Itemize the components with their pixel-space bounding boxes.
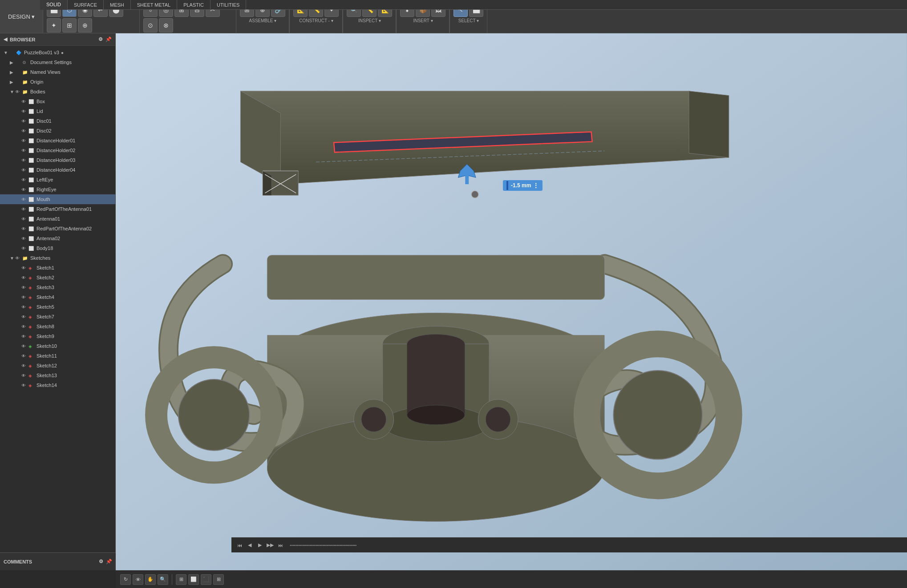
eye-icon[interactable]: 👁: [21, 246, 28, 251]
eye-icon[interactable]: 👁: [21, 109, 28, 114]
tree-item-disc01[interactable]: 👁⬜Disc01: [0, 116, 115, 126]
tree-item-sketch11[interactable]: 👁◈Sketch11: [0, 351, 115, 361]
browser-pin-icon[interactable]: 📌: [105, 36, 112, 42]
web-icon[interactable]: ⊞: [62, 18, 77, 32]
eye-icon[interactable]: 👁: [21, 344, 28, 349]
tree-item-antenna01[interactable]: 👁⬜Antenna01: [0, 214, 115, 224]
eye-icon[interactable]: 👁: [21, 217, 28, 222]
eye-icon[interactable]: 👁: [21, 363, 28, 368]
dimension-tooltip[interactable]: -1.5 mm ⋮: [503, 180, 543, 191]
tree-item-sketch5[interactable]: 👁◈Sketch5: [0, 302, 115, 312]
tree-item-righteye[interactable]: 👁⬜RightEye: [0, 185, 115, 194]
timeline-play-btn[interactable]: ▶: [255, 541, 264, 550]
tab-plastic[interactable]: PLASTIC: [177, 0, 211, 10]
timeline-start-btn[interactable]: ⏮: [235, 541, 244, 550]
tree-item-sketch7[interactable]: 👁◈Sketch7: [0, 312, 115, 322]
tree-item-lefteye[interactable]: 👁⬜LeftEye: [0, 175, 115, 185]
tree-item-box[interactable]: 👁⬜Box: [0, 97, 115, 106]
tree-item-bodies[interactable]: ▼👁📁Bodies: [0, 87, 115, 97]
tree-item-redpartoftheantenna01[interactable]: 👁⬜RedPartOfTheAntenna01: [0, 204, 115, 214]
tab-surface[interactable]: SURFACE: [68, 0, 104, 10]
comments-settings-icon[interactable]: ⚙: [99, 559, 103, 564]
eye-icon[interactable]: 👁: [21, 324, 28, 329]
eye-icon[interactable]: 👁: [21, 168, 28, 173]
eye-icon[interactable]: 👁: [21, 158, 28, 163]
browser-collapse-icon[interactable]: ◀: [4, 36, 7, 42]
eye-icon[interactable]: 👁: [21, 383, 28, 388]
tree-item-distanceholder02[interactable]: 👁⬜DistanceHolder02: [0, 145, 115, 155]
tree-item-sketch4[interactable]: 👁◈Sketch4: [0, 292, 115, 302]
eye-icon[interactable]: 👁: [21, 99, 28, 104]
tree-item-body18[interactable]: 👁⬜Body18: [0, 243, 115, 253]
eye-icon[interactable]: 👁: [21, 226, 28, 231]
viewport[interactable]: -1.5 mm ⋮ ⏮ ◀ ▶ ▶▶ ⏭ ▪▪▪▪▪▪▪▪▪▪▪▪▪▪▪▪▪▪▪…: [116, 33, 907, 570]
tree-item-sketches[interactable]: ▼👁📁Sketches: [0, 253, 115, 263]
timeline-end-btn[interactable]: ⏭: [276, 541, 285, 550]
tree-arrow[interactable]: ▼: [4, 50, 9, 55]
eye-icon[interactable]: 👁: [21, 148, 28, 153]
tree-item-sketch14[interactable]: 👁◈Sketch14: [0, 380, 115, 390]
tab-solid[interactable]: SOLID: [40, 0, 68, 10]
tree-arrow[interactable]: ▶: [10, 70, 15, 75]
eye-icon[interactable]: 👁: [21, 129, 28, 133]
tab-utilities[interactable]: UTILITIES: [211, 0, 246, 10]
tree-item-distanceholder01[interactable]: 👁⬜DistanceHolder01: [0, 136, 115, 145]
tab-sheet-metal[interactable]: SHEET METAL: [131, 0, 177, 10]
browser-settings-icon[interactable]: ⚙: [98, 36, 103, 42]
emboss-icon[interactable]: ⊕: [78, 18, 92, 32]
tree-item-sketch3[interactable]: 👁◈Sketch3: [0, 282, 115, 292]
eye-icon[interactable]: 👁: [21, 207, 28, 212]
design-menu-button[interactable]: DESIGN ▾: [0, 0, 43, 33]
eye-icon[interactable]: 👁: [21, 119, 28, 124]
eye-icon[interactable]: 👁: [21, 354, 28, 358]
fit-all-btn[interactable]: ⊞: [176, 574, 186, 585]
eye-icon[interactable]: 👁: [21, 295, 28, 300]
combine-icon[interactable]: ⊗: [159, 18, 173, 32]
eye-icon[interactable]: 👁: [21, 266, 28, 270]
pan-btn[interactable]: ✋: [145, 574, 156, 585]
eye-icon[interactable]: 👁: [21, 236, 28, 241]
tree-item-sketch8[interactable]: 👁◈Sketch8: [0, 322, 115, 331]
tree-item-sketch9[interactable]: 👁◈Sketch9: [0, 331, 115, 341]
scale-icon[interactable]: ⊙: [143, 18, 158, 32]
tree-arrow[interactable]: ▼: [10, 256, 15, 261]
eye-icon[interactable]: 👁: [21, 373, 28, 378]
eye-icon[interactable]: 👁: [21, 197, 28, 202]
tree-item-antenna02[interactable]: 👁⬜Antenna02: [0, 234, 115, 243]
tree-item-disc02[interactable]: 👁⬜Disc02: [0, 126, 115, 136]
tree-arrow[interactable]: ▼: [10, 89, 15, 94]
display-mode-btn[interactable]: ⬜: [188, 574, 199, 585]
eye-icon[interactable]: 👁: [21, 334, 28, 339]
eye-icon[interactable]: 👁: [21, 138, 28, 143]
eye-icon[interactable]: 👁: [21, 177, 28, 182]
eye-icon[interactable]: 👁: [21, 187, 28, 192]
visual-style-btn[interactable]: ⬛: [201, 574, 211, 585]
rib-icon[interactable]: ✦: [47, 18, 61, 32]
zoom-btn[interactable]: 🔍: [158, 574, 168, 585]
tree-item-sketch12[interactable]: 👁◈Sketch12: [0, 361, 115, 371]
tree-item-distanceholder04[interactable]: 👁⬜DistanceHolder04: [0, 165, 115, 175]
eye-icon[interactable]: 👁: [21, 314, 28, 319]
tree-item-puzzlebox01-v3[interactable]: ▼ 🔷PuzzleBox01 v3●: [0, 48, 115, 57]
tree-arrow[interactable]: ▶: [10, 80, 15, 85]
tree-item-redpartoftheantenna02[interactable]: 👁⬜RedPartOfTheAntenna02: [0, 224, 115, 234]
tree-item-sketch1[interactable]: 👁◈Sketch1: [0, 263, 115, 273]
look-at-btn[interactable]: 👁: [133, 574, 143, 585]
tree-item-document-settings[interactable]: ▶ ⚙Document Settings: [0, 57, 115, 67]
eye-icon[interactable]: 👁: [15, 256, 21, 261]
eye-icon[interactable]: 👁: [15, 89, 21, 94]
tree-item-origin[interactable]: ▶ 📁Origin: [0, 77, 115, 87]
orbit-tool-btn[interactable]: ↻: [120, 574, 131, 585]
eye-icon[interactable]: 👁: [21, 275, 28, 280]
tree-item-sketch13[interactable]: 👁◈Sketch13: [0, 371, 115, 380]
timeline-next-btn[interactable]: ▶▶: [266, 541, 275, 550]
tree-item-mouth[interactable]: 👁⬜Mouth: [0, 194, 115, 204]
tree-item-sketch2[interactable]: 👁◈Sketch2: [0, 273, 115, 282]
tree-arrow[interactable]: ▶: [10, 60, 15, 65]
tree-item-sketch10[interactable]: 👁◈Sketch10: [0, 341, 115, 351]
grid-btn[interactable]: ⊞: [213, 574, 224, 585]
timeline-prev-btn[interactable]: ◀: [245, 541, 254, 550]
tree-item-lid[interactable]: 👁⬜Lid: [0, 106, 115, 116]
tab-mesh[interactable]: MESH: [104, 0, 131, 10]
eye-icon[interactable]: 👁: [21, 285, 28, 290]
